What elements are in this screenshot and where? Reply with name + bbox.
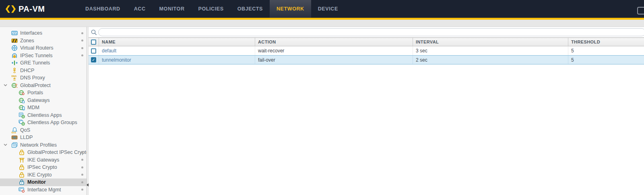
- nav-tab-device[interactable]: DEVICE: [311, 0, 345, 18]
- sidebar-item-dhcp[interactable]: DHCP: [0, 67, 87, 75]
- table-body: defaultwait-recover3 sec5✓tunnelmonitorf…: [89, 46, 644, 64]
- sidebar-item-ike-gateways[interactable]: IKE Gateways: [0, 156, 87, 164]
- sidebar-item-label: DHCP: [20, 68, 34, 73]
- lock-yellow-icon: [19, 172, 25, 178]
- sidebar-item-ipsec-crypto[interactable]: IPSec Crypto: [0, 164, 87, 171]
- svg-text:DNS: DNS: [12, 75, 17, 77]
- sidebar-item-portals[interactable]: Portals: [0, 89, 87, 97]
- table-row-default[interactable]: defaultwait-recover3 sec5: [89, 46, 644, 56]
- network-profiles-icon: [11, 142, 18, 148]
- search-icon[interactable]: [91, 29, 97, 36]
- lock-yellow-icon: [19, 149, 25, 156]
- clientless-app-groups-icon: [19, 119, 25, 126]
- lock-yellow-icon: [19, 164, 25, 170]
- sidebar-item-zones[interactable]: Zones: [0, 37, 87, 45]
- clientless-apps-icon: [19, 112, 25, 118]
- action-cell: wait-recover: [255, 46, 413, 55]
- nav-tab-policies[interactable]: POLICIES: [192, 0, 231, 18]
- item-dot: [81, 174, 83, 176]
- filter-bar: [89, 27, 644, 37]
- sidebar-item-gre-tunnels[interactable]: GRE Tunnels: [0, 59, 87, 67]
- sidebar-item-network-profiles[interactable]: Network Profiles: [0, 141, 87, 149]
- sidebar-item-label: Virtual Routers: [20, 45, 53, 51]
- threshold-cell: 5: [568, 46, 644, 55]
- sidebar-item-monitor[interactable]: Monitor: [0, 178, 87, 186]
- select-all-checkbox[interactable]: [91, 39, 96, 45]
- portals-icon: [19, 89, 25, 96]
- sidebar-item-qos[interactable]: QoSQoS: [0, 127, 87, 134]
- column-header-interval[interactable]: INTERVAL: [413, 38, 568, 46]
- item-dot: [81, 151, 83, 154]
- sidebar-item-label: IPSec Crypto: [27, 164, 57, 170]
- column-header-action[interactable]: ACTION: [255, 38, 413, 46]
- sidebar-item-label: Zones: [20, 38, 34, 44]
- dns-proxy-icon: DNS: [11, 75, 18, 81]
- svg-text:QoS: QoS: [12, 131, 17, 133]
- row-checkbox[interactable]: [91, 48, 96, 54]
- sidebar-item-gateways[interactable]: Gateways: [0, 97, 87, 104]
- column-header-threshold[interactable]: THRESHOLD: [568, 38, 644, 46]
- table-header-row: NAME ACTION INTERVAL THRESHOLD: [89, 37, 644, 46]
- virtual-routers-icon: [11, 45, 18, 51]
- item-dot: [81, 47, 83, 49]
- sidebar-item-clientless-app-groups[interactable]: Clientless App Groups: [0, 119, 87, 127]
- sidebar-item-dns-proxy[interactable]: DNSDNS Proxy: [0, 74, 87, 82]
- sidebar-item-label: Gateways: [27, 98, 50, 103]
- item-dot: [81, 39, 83, 41]
- gateways-icon: [19, 97, 25, 104]
- sidebar-item-label: Network Profiles: [20, 142, 57, 148]
- sidebar-item-virtual-routers[interactable]: Virtual Routers: [0, 44, 87, 52]
- nav-tab-monitor[interactable]: MONITOR: [153, 0, 192, 18]
- sidebar-item-ike-crypto[interactable]: IKE Crypto: [0, 171, 87, 179]
- nav-tab-dashboard[interactable]: DASHBOARD: [78, 0, 127, 18]
- sidebar-item-clientless-apps[interactable]: Clientless Apps: [0, 112, 87, 119]
- sidebar-gutter: [87, 27, 89, 195]
- sidebar-item-label: Monitor: [27, 179, 46, 185]
- interval-cell: 2 sec: [413, 56, 568, 64]
- sidebar-item-globalprotect-ipsec-crypto[interactable]: GlobalProtect IPSec Crypto: [0, 149, 87, 156]
- sidebar-item-mdm[interactable]: MDM: [0, 104, 87, 112]
- sidebar-item-label: DNS Proxy: [20, 75, 45, 81]
- chevron-down-icon[interactable]: [3, 83, 8, 87]
- sidebar-item-label: Interface Mgmt: [27, 187, 61, 193]
- profile-name-link[interactable]: tunnelmonitor: [102, 57, 131, 63]
- sidebar-item-label: Portals: [27, 90, 43, 95]
- sidebar-item-label: GlobalProtect IPSec Crypto: [27, 149, 87, 155]
- sidebar-item-lldp[interactable]: LLDP: [0, 134, 87, 141]
- column-header-name[interactable]: NAME: [99, 38, 255, 46]
- network-sidebar: InterfacesZonesVirtual RoutersIPSec Tunn…: [0, 27, 87, 195]
- name-cell: tunnelmonitor: [99, 56, 255, 64]
- sidebar-item-label: Clientless App Groups: [27, 120, 77, 125]
- sidebar-item-label: IKE Crypto: [27, 172, 52, 178]
- brand: PA-VM: [0, 0, 78, 18]
- table-row-tunnelmonitor[interactable]: ✓tunnelmonitorfail-over2 sec5: [89, 55, 644, 64]
- name-cell: default: [99, 46, 255, 55]
- nav-tab-objects[interactable]: OBJECTS: [231, 0, 270, 18]
- sidebar-item-interface-mgmt[interactable]: Interface Mgmt: [0, 186, 87, 194]
- nav-tab-network[interactable]: NETWORK: [270, 0, 311, 18]
- item-dot: [81, 159, 83, 161]
- item-dot: [81, 54, 83, 56]
- lock-blue-icon: [19, 179, 25, 185]
- palo-alto-logo-icon: [5, 4, 16, 15]
- sidebar-item-label: Interfaces: [20, 30, 42, 36]
- sidebar-collapse-icon[interactable]: [87, 183, 89, 187]
- lldp-icon: [11, 134, 18, 141]
- sidebar-item-interfaces[interactable]: Interfaces: [0, 29, 87, 37]
- zones-icon: [11, 37, 18, 44]
- search-input[interactable]: [98, 28, 644, 36]
- interval-cell: 3 sec: [413, 46, 568, 55]
- sidebar-item-label: MDM: [27, 105, 39, 110]
- gre-tunnels-icon: [11, 60, 18, 66]
- sidebar-item-ipsec-tunnels[interactable]: IPSec Tunnels: [0, 52, 87, 60]
- chevron-down-icon[interactable]: [3, 143, 8, 147]
- dhcp-icon: [11, 67, 18, 74]
- nav-tab-acc[interactable]: ACC: [127, 0, 153, 18]
- profile-name-link[interactable]: default: [102, 48, 116, 54]
- item-dot: [81, 189, 83, 191]
- row-checkbox[interactable]: ✓: [91, 57, 96, 62]
- row-checkbox-cell: ✓: [89, 56, 99, 64]
- topbar-corner-button[interactable]: [637, 7, 644, 15]
- sidebar-item-globalprotect[interactable]: GlobalProtect: [0, 82, 87, 89]
- action-cell: fail-over: [255, 56, 413, 64]
